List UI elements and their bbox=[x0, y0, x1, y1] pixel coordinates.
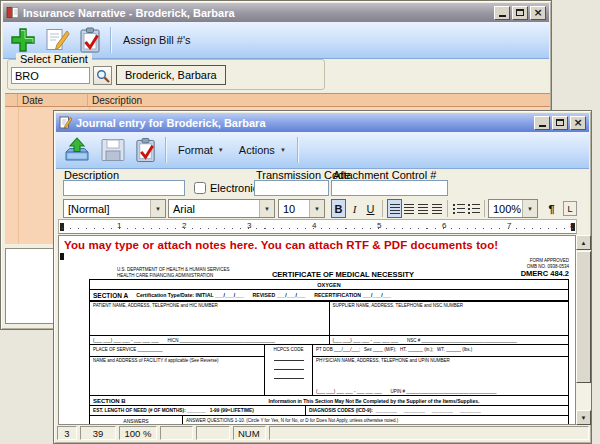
format-separator bbox=[484, 200, 485, 217]
maximize-button[interactable] bbox=[552, 116, 568, 130]
close-button[interactable]: × bbox=[570, 116, 586, 130]
toolbar-separator bbox=[165, 137, 167, 163]
grid-column-description[interactable]: Description bbox=[88, 94, 550, 106]
ruler[interactable]: 1 2 3 4 5 6 7 8 bbox=[58, 219, 577, 234]
window-title: Journal entry for Broderick, Barbara bbox=[76, 117, 266, 129]
description-field[interactable] bbox=[63, 180, 185, 196]
actions-menu-button[interactable]: Actions▼ bbox=[235, 141, 290, 159]
minimize-button[interactable] bbox=[494, 6, 510, 20]
hcpcs-label: HCPCS CODE bbox=[273, 345, 303, 352]
italic-button[interactable]: I bbox=[347, 199, 362, 218]
chevron-down-icon: ▼ bbox=[218, 147, 224, 153]
transmission-code-field[interactable] bbox=[254, 180, 329, 196]
cmn-form: OXYGEN SECTION A Certification Type/Date… bbox=[89, 279, 569, 425]
attachment-control-field[interactable] bbox=[331, 180, 448, 196]
combo-arrow-icon[interactable]: ▼ bbox=[150, 200, 165, 217]
combo-arrow-icon[interactable]: ▼ bbox=[259, 200, 274, 217]
format-menu-button[interactable]: Format▼ bbox=[174, 141, 228, 159]
numbered-list-button[interactable] bbox=[466, 199, 481, 218]
combo-arrow-icon[interactable]: ▼ bbox=[522, 200, 537, 217]
note-text: You may type or attach notes here. You c… bbox=[64, 239, 498, 251]
indent-marker-left[interactable] bbox=[60, 223, 64, 231]
supplier-phone-line: (___ ___) ___ ___ - ___ ___ ___ NSC # __… bbox=[330, 335, 569, 344]
close-icon: × bbox=[533, 8, 542, 18]
minimize-button[interactable] bbox=[534, 116, 550, 130]
save-icon bbox=[99, 137, 127, 163]
paragraph-marks-button[interactable]: ¶ bbox=[544, 199, 559, 218]
chevron-down-icon: ▼ bbox=[280, 147, 286, 153]
scroll-up-icon: ▲ bbox=[581, 240, 587, 246]
paragraph-style-combo[interactable]: [Normal]▼ bbox=[63, 199, 166, 218]
hcpcs-column: HCPCS CODE bbox=[264, 345, 312, 395]
answers-row: ANSWERS ANSWER QUESTIONS 1-10. (Circle Y… bbox=[90, 416, 568, 425]
align-left-icon bbox=[390, 204, 400, 214]
scroll-up-button[interactable]: ▲ bbox=[576, 235, 591, 250]
cmn-form-header: U.S. DEPARTMENT OF HEALTH & HUMAN SERVIC… bbox=[89, 258, 569, 279]
narrative-icon bbox=[6, 6, 19, 19]
align-justify-button[interactable] bbox=[429, 199, 444, 218]
add-note-button[interactable] bbox=[9, 26, 37, 54]
format-separator bbox=[382, 200, 383, 217]
patient-cell: PATIENT NAME, ADDRESS, TELEPHONE and HIC… bbox=[90, 302, 329, 344]
electronic-checkbox[interactable] bbox=[194, 182, 206, 194]
zoom-combo[interactable]: 100%▼ bbox=[488, 199, 538, 218]
agency-block: U.S. DEPARTMENT OF HEALTH & HUMAN SERVIC… bbox=[89, 267, 272, 278]
status-cell bbox=[269, 426, 589, 440]
est-length-text: EST. LENGTH OF NEED (# OF MONTHS): _____… bbox=[90, 406, 305, 415]
align-right-button[interactable] bbox=[415, 199, 430, 218]
grid-selector-column[interactable] bbox=[5, 94, 18, 106]
assign-bill-button[interactable]: Assign Bill #'s bbox=[119, 31, 195, 49]
scroll-down-button[interactable]: ▼ bbox=[576, 410, 591, 425]
maximize-button[interactable] bbox=[512, 6, 528, 20]
electronic-label: Electronic bbox=[210, 182, 258, 194]
import-button[interactable] bbox=[62, 137, 92, 164]
bullet-list-button[interactable] bbox=[451, 199, 466, 218]
select-patient-legend: Select Patient bbox=[16, 53, 92, 65]
patient-search-input[interactable] bbox=[11, 67, 90, 84]
toolbar-separator bbox=[297, 137, 299, 163]
plus-icon bbox=[9, 26, 37, 54]
toolbar-separator bbox=[110, 27, 112, 53]
numbered-list-icon bbox=[468, 204, 480, 214]
facility-label: NAME and ADDRESS of FACILITY if applicab… bbox=[90, 357, 264, 395]
search-icon bbox=[96, 69, 110, 83]
border-toggle-button[interactable]: L bbox=[563, 201, 577, 216]
verify-button[interactable] bbox=[134, 137, 158, 164]
underline-button[interactable]: U bbox=[363, 199, 378, 218]
insurance-titlebar: Insurance Narrative - Broderick, Barbara… bbox=[3, 3, 549, 22]
upin-line: (___ ___) ___ ___ - ___ ___ ___ UPIN # _… bbox=[313, 389, 568, 394]
clipboard-check-icon bbox=[134, 137, 158, 164]
scroll-thumb[interactable] bbox=[576, 251, 591, 383]
vertical-scrollbar[interactable]: ▲ ▼ bbox=[576, 235, 591, 425]
verify-note-button[interactable] bbox=[78, 27, 103, 54]
form-category-row: OXYGEN bbox=[90, 280, 568, 290]
align-left-button[interactable] bbox=[387, 199, 402, 218]
status-cell: 39 bbox=[80, 426, 116, 440]
font-name-combo[interactable]: Arial▼ bbox=[168, 199, 275, 218]
form-code: DMERC 484.2 bbox=[414, 269, 569, 278]
status-cell: 100 % bbox=[119, 426, 157, 440]
edit-note-button[interactable] bbox=[44, 27, 71, 54]
form-title: CERTIFICATE OF MEDICAL NECESSITY bbox=[272, 270, 414, 279]
font-size-combo[interactable]: 10▼ bbox=[278, 199, 325, 218]
diagnosis-text: DIAGNOSIS CODES (ICD-9): ________ ______… bbox=[305, 406, 568, 415]
align-center-button[interactable] bbox=[401, 199, 416, 218]
place-facility-row: PLACE OF SERVICE __________ NAME and ADD… bbox=[90, 345, 568, 396]
bold-button[interactable]: B bbox=[331, 199, 346, 218]
desktop: { "colors": { "active_titlebar": "#6180d… bbox=[0, 0, 600, 444]
journal-icon bbox=[59, 116, 72, 129]
window-title: Insurance Narrative - Broderick, Barbara bbox=[23, 7, 235, 19]
supplier-cell: SUPPLIER NAME, ADDRESS, TELEPHONE and NS… bbox=[329, 302, 569, 344]
grid-column-date[interactable]: Date bbox=[18, 94, 88, 106]
close-button[interactable]: × bbox=[530, 6, 546, 20]
patient-search-button[interactable] bbox=[93, 66, 112, 85]
place-facility-column: PLACE OF SERVICE __________ NAME and ADD… bbox=[90, 345, 264, 395]
maximize-icon bbox=[516, 9, 524, 16]
status-cell bbox=[196, 426, 230, 440]
document-editor[interactable]: You may type or attach notes here. You c… bbox=[58, 235, 576, 425]
minimize-icon bbox=[499, 15, 506, 17]
save-button[interactable] bbox=[99, 137, 127, 163]
answers-text: ANSWER QUESTIONS 1-10. (Circle Y for Yes… bbox=[182, 416, 568, 425]
align-center-icon bbox=[404, 204, 414, 214]
combo-arrow-icon[interactable]: ▼ bbox=[309, 200, 324, 217]
